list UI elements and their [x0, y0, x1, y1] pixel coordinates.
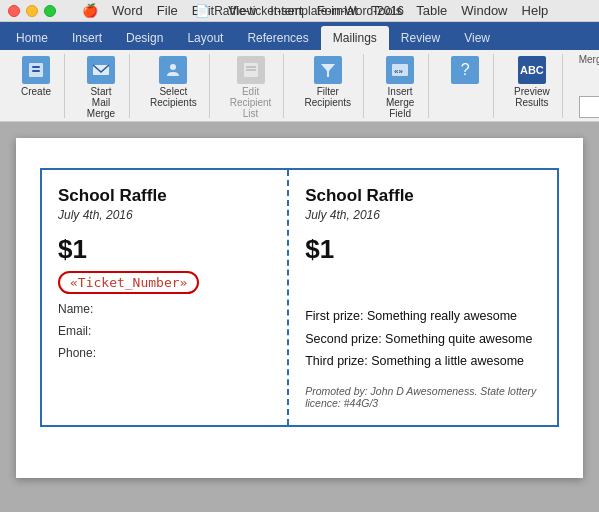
- start-mail-merge-label: Start Mail Merge: [85, 86, 117, 119]
- filter-label: Filter Recipients: [304, 86, 351, 108]
- tab-insert[interactable]: Insert: [60, 26, 114, 50]
- svg-marker-8: [321, 64, 335, 77]
- svg-point-4: [170, 64, 176, 70]
- tab-view[interactable]: View: [452, 26, 502, 50]
- group-filter: Filter Recipients: [292, 54, 364, 118]
- ticket-prizes: First prize: Something really awesome Se…: [305, 305, 541, 373]
- group-create: Create: [8, 54, 65, 118]
- edit-recipient-list-button[interactable]: Edit Recipient List: [226, 54, 276, 121]
- menu-table[interactable]: Table: [410, 3, 453, 18]
- menu-help[interactable]: Help: [516, 3, 555, 18]
- tab-mailings[interactable]: Mailings: [321, 26, 389, 50]
- svg-text:«»: «»: [394, 67, 403, 76]
- ticket-left-price: $1: [58, 234, 271, 265]
- filter-recipients-button[interactable]: Filter Recipients: [300, 54, 355, 110]
- select-recipients-icon: [159, 56, 187, 84]
- ticket-right-title: School Raffle: [305, 186, 541, 206]
- maximize-button[interactable]: [44, 5, 56, 17]
- group-mail-merge: Start Mail Merge: [73, 54, 130, 118]
- ribbon-tabs: Home Insert Design Layout References Mai…: [0, 22, 599, 50]
- group-navigation: Merge Range: [571, 54, 599, 118]
- menu-word[interactable]: Word: [106, 3, 149, 18]
- tab-layout[interactable]: Layout: [175, 26, 235, 50]
- window-controls[interactable]: [8, 5, 56, 17]
- document-page: School Raffle July 4th, 2016 $1 «Ticket_…: [16, 138, 583, 478]
- insert-merge-label: Insert Merge Field: [384, 86, 416, 119]
- select-recipients-label: Select Recipients: [150, 86, 197, 108]
- svg-rect-1: [32, 66, 40, 68]
- tab-references[interactable]: References: [235, 26, 320, 50]
- abc-preview-button[interactable]: ABC Preview Results: [510, 54, 554, 110]
- ticket-phone-field: Phone:: [58, 346, 271, 360]
- preview-label: Preview Results: [514, 86, 550, 108]
- ticket-right: School Raffle July 4th, 2016 $1 First pr…: [289, 170, 557, 425]
- select-recipients-button[interactable]: Select Recipients: [146, 54, 201, 110]
- ticket-container: School Raffle July 4th, 2016 $1 «Ticket_…: [40, 168, 559, 427]
- group-edit-recipient: Edit Recipient List: [218, 54, 285, 118]
- start-mail-merge-button[interactable]: Start Mail Merge: [81, 54, 121, 121]
- insert-merge-field-button[interactable]: «» Insert Merge Field: [380, 54, 420, 121]
- file-icon: 📄: [195, 4, 210, 18]
- ticket-email-field: Email:: [58, 324, 271, 338]
- tab-design[interactable]: Design: [114, 26, 175, 50]
- svg-rect-2: [32, 70, 40, 72]
- menu-window[interactable]: Window: [455, 3, 513, 18]
- ticket-right-date: July 4th, 2016: [305, 208, 541, 222]
- abc-icon: ABC: [518, 56, 546, 84]
- prize-3: Third prize: Something a little awesome: [305, 350, 541, 373]
- merge-range-label: Merge Range: [579, 54, 599, 65]
- edit-recipient-label: Edit Recipient List: [230, 86, 272, 119]
- filter-icon: [314, 56, 342, 84]
- group-help: ?: [437, 54, 494, 118]
- ticket-left-title: School Raffle: [58, 186, 271, 206]
- ticket-number-field[interactable]: «Ticket_Number»: [58, 271, 199, 294]
- merge-range-input[interactable]: [579, 96, 599, 118]
- create-label: Create: [21, 86, 51, 97]
- ticket-left: School Raffle July 4th, 2016 $1 «Ticket_…: [42, 170, 289, 425]
- document-area: School Raffle July 4th, 2016 $1 «Ticket_…: [0, 122, 599, 512]
- prize-1: First prize: Something really awesome: [305, 305, 541, 328]
- create-button[interactable]: Create: [16, 54, 56, 99]
- insert-merge-icon: «»: [386, 56, 414, 84]
- ticket-promo: Promoted by: John D Awesomeness. State l…: [305, 385, 541, 409]
- edit-recipient-icon: [237, 56, 265, 84]
- title-bar: 🍎 Word File Edit View Insert Format Tool…: [0, 0, 599, 22]
- window-title: 📄 Raffle-ticket-template-in-Word-2016: [195, 4, 404, 18]
- title-text: Raffle-ticket-template-in-Word-2016: [214, 4, 404, 18]
- group-insert-merge: «» Insert Merge Field: [372, 54, 429, 118]
- help-merge-button[interactable]: ?: [445, 54, 485, 88]
- ticket-name-field: Name:: [58, 302, 271, 316]
- group-preview: ABC Preview Results: [502, 54, 563, 118]
- prize-2: Second prize: Something quite awesome: [305, 328, 541, 351]
- help-icon: ?: [451, 56, 479, 84]
- tab-review[interactable]: Review: [389, 26, 452, 50]
- ticket-right-price: $1: [305, 234, 541, 265]
- menu-file[interactable]: File: [151, 3, 184, 18]
- ribbon-toolbar: Create Start Mail Merge Select Recipient…: [0, 50, 599, 122]
- close-button[interactable]: [8, 5, 20, 17]
- ticket-left-date: July 4th, 2016: [58, 208, 271, 222]
- mail-merge-icon: [87, 56, 115, 84]
- group-select-recipients: Select Recipients: [138, 54, 210, 118]
- minimize-button[interactable]: [26, 5, 38, 17]
- tab-home[interactable]: Home: [4, 26, 60, 50]
- create-icon: [22, 56, 50, 84]
- menu-apple[interactable]: 🍎: [76, 3, 104, 18]
